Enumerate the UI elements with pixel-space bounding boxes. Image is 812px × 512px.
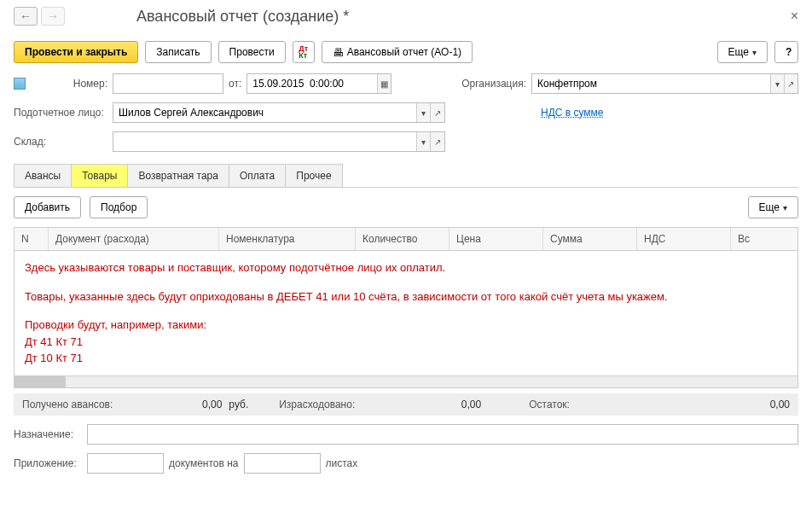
nav-forward-button[interactable]: → <box>41 7 65 26</box>
print-report-label: Авансовый отчет (АО-1) <box>347 46 461 58</box>
org-dropdown-button[interactable]: ▾ <box>770 74 784 93</box>
col-total: Вс <box>731 228 798 250</box>
table-body[interactable]: Здесь указываются товары и поставщик, ко… <box>14 251 798 375</box>
chevron-down-icon: ▾ <box>421 108 426 118</box>
tab-goods[interactable]: Товары <box>71 164 128 187</box>
summary-bar: Получено авансов: 0,00 руб. Израсходован… <box>14 393 798 416</box>
warehouse-input[interactable] <box>113 132 416 151</box>
chevron-down-icon: ▾ <box>775 79 780 89</box>
col-doc: Документ (расхода) <box>49 228 219 250</box>
scrollbar-thumb[interactable] <box>14 376 66 387</box>
open-icon: ↗ <box>434 137 441 147</box>
sheets-label: листах <box>326 457 358 469</box>
balance-value: 0,00 <box>577 399 790 410</box>
info-text-1: Здесь указываются товары и поставщик, ко… <box>25 259 787 276</box>
person-label: Подотчетное лицо: <box>14 107 107 119</box>
warehouse-label: Склад: <box>14 136 107 148</box>
tab-other[interactable]: Прочее <box>285 164 342 187</box>
info-text-3: Проводки будут, например, такими: <box>25 317 787 334</box>
tab-more-label: Еще <box>759 201 780 213</box>
post-close-button[interactable]: Провести и закрыть <box>14 41 138 63</box>
attach-label: Приложение: <box>14 457 82 469</box>
col-sum: Сумма <box>543 228 637 250</box>
info-text-2: Товары, указанные здесь будут оприходова… <box>25 288 787 305</box>
page-title: Авансовый отчет (создание) * <box>136 8 349 26</box>
chevron-down-icon: ▾ <box>783 203 787 212</box>
currency: руб. <box>229 399 248 410</box>
spent-label: Израсходовано: <box>279 399 355 410</box>
docs-count-input[interactable] <box>88 454 163 473</box>
add-button[interactable]: Добавить <box>14 196 81 218</box>
horizontal-scrollbar[interactable] <box>14 375 798 387</box>
vat-link[interactable]: НДС в сумме <box>541 107 604 119</box>
warehouse-open-button[interactable]: ↗ <box>430 132 444 151</box>
purpose-label: Назначение: <box>14 428 82 440</box>
tab-more-button[interactable]: Еще ▾ <box>748 196 798 218</box>
warehouse-dropdown-button[interactable]: ▾ <box>416 132 431 151</box>
chevron-down-icon: ▾ <box>752 48 757 57</box>
printer-icon: 🖶 <box>333 46 344 59</box>
dt-kt-button[interactable]: ДтКт <box>293 41 315 63</box>
from-label: от: <box>229 78 241 90</box>
dt-kt-icon: ДтКт <box>299 45 308 59</box>
org-open-button[interactable]: ↗ <box>784 74 798 93</box>
col-qty: Количество <box>356 228 450 250</box>
nav-back-button[interactable]: ← <box>14 7 38 26</box>
col-price: Цена <box>450 228 543 250</box>
tab-returnable[interactable]: Возвратная тара <box>127 164 229 187</box>
balance-label: Остаток: <box>529 399 570 410</box>
goods-table: N Документ (расхода) Номенклатура Количе… <box>14 227 798 388</box>
tabs: Авансы Товары Возвратная тара Оплата Про… <box>14 164 798 188</box>
chevron-down-icon: ▾ <box>421 137 426 147</box>
received-value: 0,00 <box>119 399 222 410</box>
table-header: N Документ (расхода) Номенклатура Количе… <box>14 228 798 251</box>
calendar-icon: ▦ <box>380 79 388 89</box>
calendar-button[interactable]: ▦ <box>377 74 391 93</box>
print-report-button[interactable]: 🖶 Авансовый отчет (АО-1) <box>322 41 473 63</box>
help-button[interactable]: ? <box>774 41 798 63</box>
tab-payment[interactable]: Оплата <box>229 164 286 187</box>
org-input[interactable] <box>532 74 770 93</box>
save-button[interactable]: Записать <box>145 41 211 63</box>
open-icon: ↗ <box>434 108 441 118</box>
spent-value: 0,00 <box>362 399 481 410</box>
person-dropdown-button[interactable]: ▾ <box>416 103 431 122</box>
number-input[interactable] <box>113 74 223 93</box>
post-button[interactable]: Провести <box>218 41 286 63</box>
purpose-input[interactable] <box>88 425 798 444</box>
docs-on-label: документов на <box>169 457 239 469</box>
col-n: N <box>14 228 49 250</box>
close-icon[interactable]: × <box>791 9 798 24</box>
info-text-5: Дт 10 Кт 71 <box>25 350 787 367</box>
info-text-4: Дт 41 Кт 71 <box>25 334 787 351</box>
open-icon: ↗ <box>787 79 794 89</box>
more-button[interactable]: Еще ▾ <box>717 41 768 63</box>
number-label: Номер: <box>31 78 107 90</box>
col-vat: НДС <box>637 228 731 250</box>
tab-advances[interactable]: Авансы <box>14 164 72 187</box>
person-input[interactable] <box>113 103 416 122</box>
sheets-count-input[interactable] <box>245 454 320 473</box>
col-nomenclature: Номенклатура <box>219 228 356 250</box>
person-open-button[interactable]: ↗ <box>430 103 444 122</box>
received-label: Получено авансов: <box>22 399 113 410</box>
select-button[interactable]: Подбор <box>90 196 148 218</box>
more-label: Еще <box>728 46 749 58</box>
date-input[interactable] <box>247 74 377 93</box>
org-label: Организация: <box>461 78 526 90</box>
doc-icon <box>14 78 26 90</box>
